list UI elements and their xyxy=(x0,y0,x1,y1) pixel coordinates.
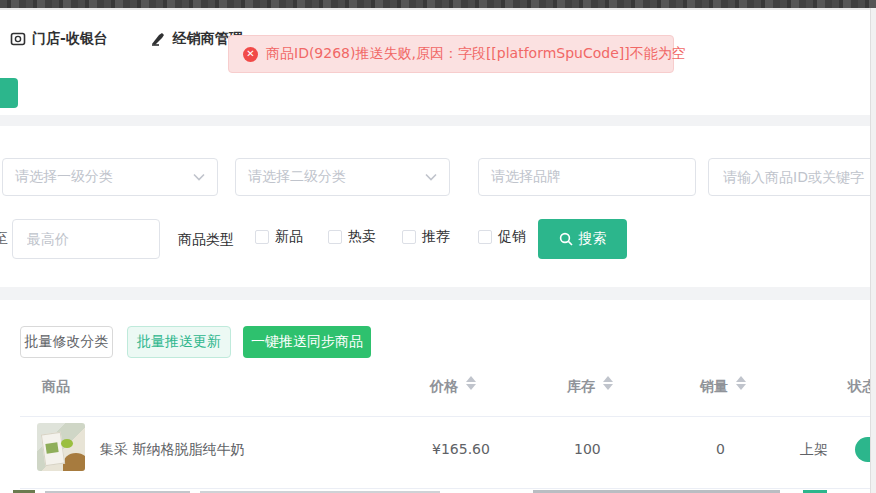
checkbox-input[interactable] xyxy=(478,230,492,244)
one-key-push-sync-button[interactable]: 一键推送同步商品 xyxy=(243,326,371,358)
image-detail xyxy=(45,442,58,454)
product-status: 上架 xyxy=(800,441,828,459)
chevron-down-icon xyxy=(193,173,205,181)
error-circle-icon: ✕ xyxy=(243,47,258,62)
checkbox-input[interactable] xyxy=(402,230,416,244)
browser-tabstrip-cutoff xyxy=(0,0,876,8)
brand-select[interactable]: 请选择品牌 xyxy=(478,158,696,196)
image-detail xyxy=(63,453,85,471)
error-toast: ✕ 商品ID(9268)推送失败,原因：字段[[platformSpuCode]… xyxy=(228,35,674,73)
select-placeholder: 请选择品牌 xyxy=(491,168,561,186)
product-sales: 0 xyxy=(716,441,725,457)
divider xyxy=(20,416,876,417)
product-image[interactable] xyxy=(37,423,85,471)
image-detail xyxy=(61,439,73,448)
checkbox-label: 推荐 xyxy=(422,228,450,246)
keyword-input[interactable] xyxy=(721,168,870,186)
checkbox-label: 新品 xyxy=(275,228,303,246)
max-price-input[interactable] xyxy=(25,230,147,248)
pen-icon xyxy=(150,32,167,47)
sort-control-price[interactable] xyxy=(466,376,476,390)
divider xyxy=(20,488,876,489)
batch-modify-category-button[interactable]: 批量修改分类 xyxy=(20,326,113,358)
nav-label: 门店-收银台 xyxy=(32,30,108,48)
search-button-label: 搜索 xyxy=(579,230,607,248)
background-band xyxy=(0,287,876,300)
product-type-label: 商品类型 xyxy=(178,231,234,249)
category-level1-select[interactable]: 请选择一级分类 xyxy=(2,158,218,196)
checkbox-input[interactable] xyxy=(255,230,269,244)
col-header-product: 商品 xyxy=(42,378,70,396)
sort-control-stock[interactable] xyxy=(603,376,613,390)
chevron-down-icon xyxy=(425,173,437,181)
select-placeholder: 请选择二级分类 xyxy=(248,168,346,186)
checkbox-input[interactable] xyxy=(328,230,342,244)
cash-register-icon xyxy=(10,31,26,47)
divider xyxy=(0,8,876,10)
vertical-scrollbar[interactable] xyxy=(870,8,876,493)
col-header-price: 价格 xyxy=(430,378,458,396)
product-management-page: 门店-收银台 经销商管理 ✕ 商品ID(9268)推送失败,原因：字段[[pla… xyxy=(0,0,876,493)
category-level2-select[interactable]: 请选择二级分类 xyxy=(235,158,450,196)
checkbox-label: 促销 xyxy=(498,228,526,246)
nav-item-store-cashier[interactable]: 门店-收银台 xyxy=(10,30,108,48)
background-band xyxy=(0,115,876,126)
product-price: ¥165.60 xyxy=(432,441,490,457)
checkbox-new-product[interactable]: 新品 xyxy=(255,228,303,246)
price-range-to-label: 至 xyxy=(0,230,8,248)
col-header-stock: 库存 xyxy=(567,378,595,396)
search-button[interactable]: 搜索 xyxy=(538,219,627,259)
keyword-input-wrap xyxy=(708,158,876,196)
checkbox-label: 热卖 xyxy=(348,228,376,246)
max-price-input-wrap xyxy=(12,219,160,259)
product-name: 集采 斯纳格脱脂纯牛奶 xyxy=(100,441,244,459)
magnifier-icon xyxy=(559,232,573,246)
checkbox-hot-sale[interactable]: 热卖 xyxy=(328,228,376,246)
batch-push-update-button[interactable]: 批量推送更新 xyxy=(127,326,231,358)
error-toast-message: 商品ID(9268)推送失败,原因：字段[[platformSpuCode]]不… xyxy=(266,45,686,63)
select-placeholder: 请选择一级分类 xyxy=(15,168,113,186)
top-nav: 门店-收银台 经销商管理 xyxy=(10,24,243,54)
checkbox-recommend[interactable]: 推荐 xyxy=(402,228,450,246)
sort-control-sales[interactable] xyxy=(736,376,746,390)
cutoff-accent-button[interactable] xyxy=(0,78,18,108)
col-header-sales: 销量 xyxy=(700,378,728,396)
product-stock: 100 xyxy=(574,441,601,457)
checkbox-promotion[interactable]: 促销 xyxy=(478,228,526,246)
